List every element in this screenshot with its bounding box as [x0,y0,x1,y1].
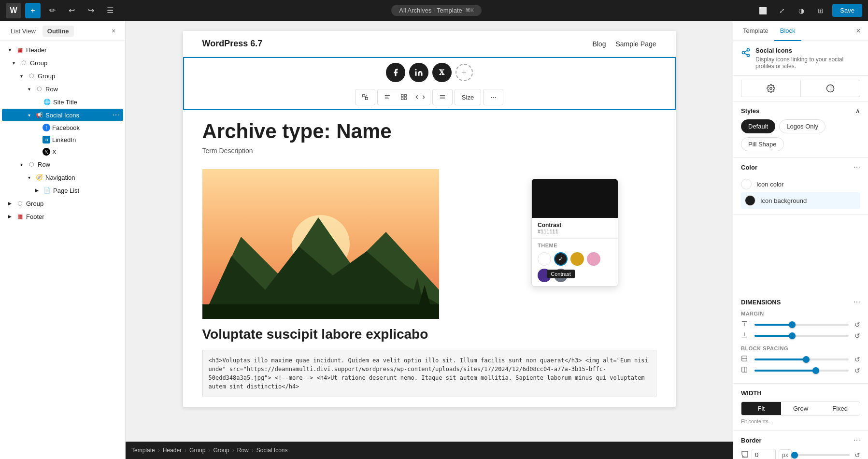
tree-item-row2[interactable]: ▾ ⬡ Row [2,158,123,171]
tab-list-view[interactable]: List View [6,26,41,37]
block-spacing-reset-2[interactable]: ↺ [854,367,860,374]
linkedin-social-icon[interactable] [409,63,428,82]
toolbar-group-1 [355,89,375,105]
style-logos-only-button[interactable]: Logos Only [779,119,825,133]
bc-template[interactable]: Template [131,447,155,454]
settings-tab-gear[interactable] [741,80,800,97]
group-icon: ⬡ [27,72,36,80]
svg-rect-8 [401,98,403,100]
icon-color-row[interactable]: Icon color [741,176,860,192]
block-desc: Display icons linking to your social pro… [755,56,860,70]
bc-group1[interactable]: Group [189,447,205,454]
block-spacing-slider-2[interactable] [754,370,849,372]
margin-reset-2[interactable]: ↺ [854,332,860,340]
prev-next-button[interactable] [413,90,428,104]
margin-slider-1[interactable] [754,324,849,326]
styles-expand-icon[interactable]: ∧ [855,107,860,115]
save-button[interactable]: Save [832,4,862,17]
grid-button[interactable] [396,90,412,104]
border-unit-select[interactable]: px [779,449,792,459]
tree-item-facebook[interactable]: f Facebook [2,122,123,133]
facebook-social-icon[interactable] [386,63,405,82]
border-value-input[interactable] [752,449,776,459]
nav-link-blog[interactable]: Blog [592,40,606,48]
style-default-button[interactable]: Default [741,119,775,133]
tree-item-group3[interactable]: ▶ ⬡ Group [2,197,123,210]
style-pill-shape-button[interactable]: Pill Shape [741,137,784,151]
width-grow-button[interactable]: Grow [781,402,821,415]
tree-item-row1[interactable]: ▾ ⬡ Row [2,83,123,95]
breadcrumb-pill[interactable]: All Archives · Template ⌘K [391,5,482,16]
tree-item-social-icons[interactable]: ▾ 📢 Social Icons ⋯ [2,109,123,121]
border-expand-icon[interactable]: ⋯ [854,436,860,444]
styles-header: Styles ∧ [741,107,860,115]
svg-rect-1 [363,95,365,97]
border-radius-icon [741,450,749,459]
margin-slider-2[interactable] [754,335,849,337]
tab-block[interactable]: Block [774,21,801,41]
tree-item-linkedin[interactable]: in LinkedIn [2,134,123,145]
sidebar-close-button[interactable]: × [108,25,119,37]
border-slider[interactable] [795,454,850,456]
sidebar-toggle-button[interactable]: ⊞ [813,3,828,18]
color-more-icon[interactable]: ⋯ [854,163,860,171]
settings-tab-styles[interactable] [800,80,860,97]
align-button[interactable] [380,90,395,104]
more-options-icon[interactable]: ⋯ [113,111,119,119]
fullscreen-button[interactable]: ⤢ [774,3,790,18]
redo-button[interactable]: ↪ [83,3,99,18]
tree-item-group2[interactable]: ▾ ⬡ Group [2,70,123,82]
keyboard-shortcut: ⌘K [465,7,474,14]
tree-item-navigation[interactable]: ▾ 🧭 Navigation [2,171,123,184]
border-reset[interactable]: ↺ [854,451,860,459]
x-icon: 𝕏 [43,148,50,156]
main-layout: List View Outline × ▾ ▦ Header ▾ ⬡ Group… [0,21,868,459]
bc-row[interactable]: Row [237,447,249,454]
nav-link-sample[interactable]: Sample Page [615,40,656,48]
block-spacing-slider-1[interactable] [754,359,849,360]
arrow-icon: ▾ [25,111,33,119]
desktop-view-button[interactable]: ⬜ [755,3,770,18]
dimensions-link-icon[interactable]: ⋯ [854,298,860,306]
justify-button[interactable] [435,90,450,104]
block-spacing-reset-1[interactable]: ↺ [854,356,860,363]
x-social-icon[interactable]: 𝕏 [432,63,452,82]
wp-logo[interactable]: W [6,3,21,18]
bc-social-icons[interactable]: Social Icons [256,447,288,454]
arrow-icon: ▾ [17,160,25,168]
tree-item-label: Facebook [52,124,119,131]
contrast-button[interactable]: ◑ [794,3,809,18]
undo-button[interactable]: ↩ [64,3,79,18]
right-sidebar-close[interactable]: × [853,25,864,37]
edit-button[interactable]: ✏ [44,3,60,18]
tree-item-page-list[interactable]: ▶ 📄 Page List [2,184,123,197]
add-block-button[interactable]: + [25,3,41,18]
add-social-icon[interactable]: + [455,64,473,81]
icon-background-row[interactable]: Icon background [741,192,860,209]
transform-button[interactable] [357,90,373,104]
margin-top-icon [741,320,751,329]
footer-icon: ▦ [15,212,24,221]
tree-item-x[interactable]: 𝕏 X [2,146,123,158]
width-fixed-button[interactable]: Fixed [820,402,860,415]
social-icons-block[interactable]: 𝕏 + [183,57,676,110]
tree-item-header[interactable]: ▾ ▦ Header [2,43,123,56]
left-sidebar: List View Outline × ▾ ▦ Header ▾ ⬡ Group… [0,21,126,459]
width-fit-button[interactable]: Fit [741,402,781,415]
size-button[interactable]: Size [457,90,479,104]
tree-item-site-title[interactable]: 🌐 Site Title [2,96,123,108]
bc-header[interactable]: Header [163,447,182,454]
nav-links: Blog Sample Page [592,40,656,48]
bc-sep1: › [158,447,160,454]
tree-item-group1[interactable]: ▾ ⬡ Group [2,57,123,69]
more-options-button[interactable]: ⋯ [485,90,501,104]
margin-reset-1[interactable]: ↺ [854,321,860,329]
bc-group2[interactable]: Group [213,447,229,454]
tab-template[interactable]: Template [737,21,774,41]
post-excerpt-text: <h3>Voluptas illo maxime quae incidunt. … [209,357,648,390]
list-view-button[interactable]: ☰ [102,3,118,18]
block-spacing-row-1: ↺ [741,355,860,363]
tab-outline[interactable]: Outline [43,26,74,37]
tree-item-footer[interactable]: ▶ ▦ Footer [2,210,123,223]
spacer [33,98,41,106]
